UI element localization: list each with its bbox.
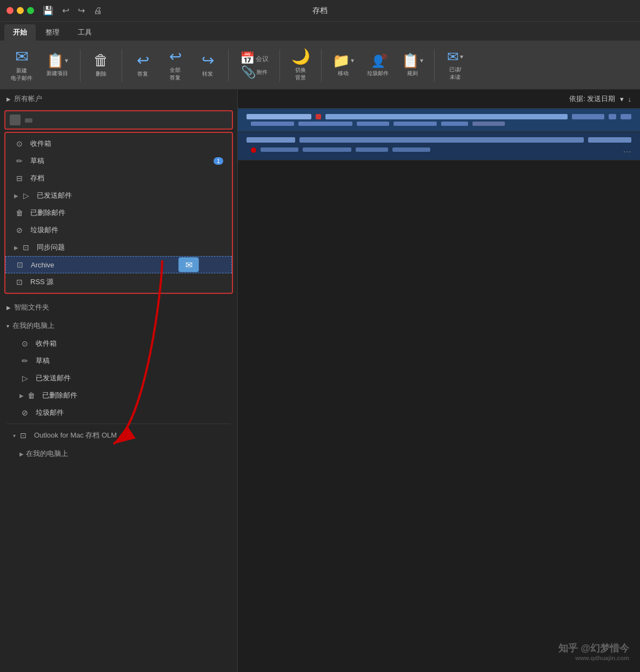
sidebar-item-deleted-local[interactable]: ▶ 🗑 已删除邮件 <box>0 387 237 404</box>
meeting-icon: 📅 <box>240 52 255 64</box>
sidebar-item-rss[interactable]: ⊡ RSS 源 <box>5 273 232 291</box>
close-button[interactable] <box>6 7 14 14</box>
redo-icon[interactable]: ↪ <box>78 5 85 16</box>
outlook-archive-header[interactable]: ▾ ⊡ Outlook for Mac 存档 OLM <box>0 426 237 445</box>
email-preview-1c <box>357 122 389 126</box>
rules-button[interactable]: 📋 ▾ 规则 <box>397 50 428 80</box>
delete-button[interactable]: 🗑 删除 <box>87 50 115 81</box>
all-accounts-header[interactable]: ▶ 所有帐户 <box>0 90 237 108</box>
maximize-button[interactable] <box>27 7 34 14</box>
email-item-1[interactable] <box>238 109 640 132</box>
email-red-dot-2 <box>251 147 256 153</box>
junk-icon: 👤 ⊘ <box>371 53 385 68</box>
sidebar-item-archive-folder[interactable]: ⊡ Archive ✉ <box>5 256 232 273</box>
outlook-archive-label: Outlook for Mac 存档 OLM <box>34 431 117 440</box>
email-subject-1 <box>325 114 568 119</box>
sidebar-item-drafts-local[interactable]: ✏ 草稿 <box>0 352 237 369</box>
junk-label: 垃圾邮件 <box>30 225 58 235</box>
account-item[interactable] <box>4 110 233 130</box>
deleted-local-icon: 🗑 <box>26 391 37 400</box>
smart-folders-chevron: ▶ <box>6 305 11 311</box>
sidebar-item-inbox[interactable]: ⊙ 收件箱 <box>5 135 232 152</box>
archive-icon: ⊟ <box>14 174 25 183</box>
sidebar-item-junk-local[interactable]: ⊘ 垃圾邮件 <box>0 404 237 421</box>
sent-label: 已发送邮件 <box>37 191 72 200</box>
deleted-local-label: 已删除邮件 <box>42 391 77 400</box>
divider-4 <box>279 49 280 82</box>
forward-button[interactable]: ↪ 转发 <box>194 50 222 81</box>
reply-all-button[interactable]: ↩ 全部答复 <box>161 46 189 85</box>
sidebar-item-deleted[interactable]: 🗑 已删除邮件 <box>5 204 232 221</box>
divider-5 <box>321 49 322 82</box>
sidebar-item-junk[interactable]: ⊘ 垃圾邮件 <box>5 221 232 239</box>
folder-list: ⊙ 收件箱 ✏ 草稿 1 ⊟ 存档 ▶ ▷ 已发送邮件 <box>4 132 233 294</box>
outlook-archive-chevron: ▾ <box>13 433 16 439</box>
sidebar-item-sent[interactable]: ▶ ▷ 已发送邮件 <box>5 187 232 204</box>
account-sub <box>25 118 32 123</box>
sent-icon: ▷ <box>21 191 31 200</box>
sidebar-item-inbox-local[interactable]: ⊙ 收件箱 <box>0 335 237 352</box>
reply-button[interactable]: ↩ 答复 <box>129 50 157 81</box>
on-computer-header[interactable]: ▾ 在我的电脑上 <box>0 317 237 335</box>
new-email-label: 新建电子邮件 <box>11 67 32 82</box>
on-computer-sub-header[interactable]: ▶ 在我的电脑上 <box>0 445 237 463</box>
sent-chevron: ▶ <box>14 193 18 199</box>
email-item-2[interactable]: … <box>238 132 640 160</box>
junk-local-icon: ⊘ <box>19 408 30 417</box>
email-preview-2d <box>392 147 430 152</box>
junk-button[interactable]: 👤 ⊘ 垃圾邮件 <box>363 50 393 80</box>
traffic-lights <box>6 7 34 14</box>
print-icon[interactable]: 🖨 <box>94 6 102 16</box>
meeting-button[interactable]: 📅 会议 📎 附件 <box>235 49 273 82</box>
inbox-local-icon: ⊙ <box>19 339 30 348</box>
on-computer-chevron: ▾ <box>6 323 9 329</box>
new-email-button[interactable]: ✉ 新建电子邮件 <box>6 45 37 85</box>
email-preview-1e <box>441 122 468 126</box>
deleted-local-chevron: ▶ <box>19 393 24 399</box>
sidebar-item-drafts[interactable]: ✏ 草稿 1 <box>5 152 232 170</box>
sidebar: ▶ 所有帐户 ⊙ 收件箱 ✏ 草稿 1 <box>0 90 238 672</box>
new-item-icon: 📋 <box>46 53 64 68</box>
on-computer-sub-label: 在我的电脑上 <box>26 449 68 459</box>
move-button[interactable]: 📁 ▾ 移动 <box>328 50 358 80</box>
tab-tools[interactable]: 工具 <box>69 24 101 41</box>
toggle-bg-button[interactable]: 🌙 切换背景 <box>286 46 315 85</box>
tab-organize[interactable]: 整理 <box>37 24 68 41</box>
new-item-button[interactable]: 📋 ▾ 新建项目 <box>41 50 74 80</box>
delete-label: 删除 <box>96 70 106 78</box>
sidebar-item-sync[interactable]: ▶ ⊡ 同步问题 <box>5 239 232 256</box>
watermark-line1: 知乎 @幻梦惜今 <box>558 642 629 655</box>
sort-chevron[interactable]: ▾ <box>620 95 624 103</box>
watermark-line2: www.qdhuajin.com <box>558 655 629 661</box>
sidebar-item-sent-local[interactable]: ▷ 已发送邮件 <box>0 369 237 387</box>
email-extra-2 <box>588 137 631 143</box>
save-icon[interactable]: 💾 <box>43 5 54 16</box>
sync-chevron: ▶ <box>14 245 18 251</box>
divider-1 <box>80 49 81 82</box>
main-layout: ▶ 所有帐户 ⊙ 收件箱 ✏ 草稿 1 <box>0 90 640 672</box>
junk-local-label: 垃圾邮件 <box>36 408 64 418</box>
divider-2 <box>122 49 122 82</box>
rules-icon: 📋 <box>402 53 419 68</box>
sync-label: 同步问题 <box>37 243 65 252</box>
email-size-1 <box>621 114 631 119</box>
email-flag-1 <box>316 114 321 119</box>
ribbon-toolbar: ✉ 新建电子邮件 📋 ▾ 新建项目 🗑 删除 ↩ 答复 ↩ 全部答复 ↪ 转发 <box>0 41 640 90</box>
email-badge-icon: ✉ <box>178 257 199 272</box>
read-unread-button[interactable]: ✉ ▾ 已读/未读 <box>441 46 469 84</box>
minimize-button[interactable] <box>17 7 24 14</box>
smart-folders-header[interactable]: ▶ 智能文件夹 <box>0 298 237 317</box>
smart-folders-label: 智能文件夹 <box>14 303 49 312</box>
undo-icon[interactable]: ↩ <box>62 5 69 16</box>
rss-icon: ⊡ <box>14 278 25 286</box>
sort-direction[interactable]: ↓ <box>628 95 632 103</box>
titlebar: 💾 ↩ ↪ 🖨 存档 <box>0 0 640 22</box>
sidebar-item-archive[interactable]: ⊟ 存档 <box>5 170 232 187</box>
move-icon: 📁 <box>332 53 350 68</box>
email-preview-1b <box>298 122 352 126</box>
outlook-archive-icon: ⊡ <box>18 431 29 440</box>
reply-all-label: 全部答复 <box>170 66 181 82</box>
email-sender-1 <box>246 114 311 119</box>
tab-start[interactable]: 开始 <box>4 24 36 41</box>
divider-3 <box>228 49 229 82</box>
